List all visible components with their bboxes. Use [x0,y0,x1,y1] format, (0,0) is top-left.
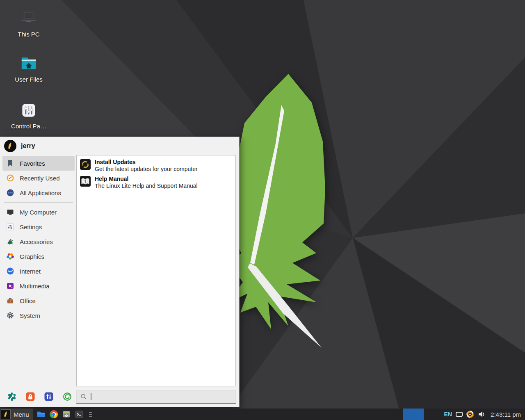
clock[interactable]: 2:43:11 pm [491,411,521,418]
username: jerry [21,142,35,150]
menu-item-install-updates[interactable]: Install Updates Get the latest updates f… [78,158,234,174]
taskbar-tray: EN 2:43: [403,409,525,420]
computer-icon [18,8,39,29]
control-panel-icon [18,100,39,121]
sidebar-separator [4,202,73,203]
help-manual-icon [80,176,91,187]
office-icon [6,297,14,305]
linux-lite-logo-icon [1,409,11,419]
sidebar-item-office[interactable]: Office [2,293,75,308]
whisker-menu: jerry Favorites Rece [0,137,240,407]
feather-avatar-icon [6,142,14,150]
volume-icon[interactable] [477,410,486,418]
sidebar-item-settings[interactable]: Settings [2,219,75,234]
text-caret [91,393,91,400]
quit-icon[interactable] [62,392,72,402]
sidebar-item-graphics[interactable]: Graphics [2,249,75,264]
system-icon [6,311,14,320]
desktop: This PC User Files Control Pa… [0,0,525,420]
switch-user-icon[interactable] [44,392,54,402]
my-computer-icon [6,208,14,216]
menu-footer [0,386,239,407]
terminal-icon[interactable] [74,409,84,419]
item-title: Install Updates [95,159,198,165]
desktop-icon-label: Control Pa… [3,123,54,130]
menu-sidebar: Favorites Recently Used [0,155,76,386]
settings-category-icon [6,223,14,231]
sidebar-item-favorites[interactable]: Favorites [2,156,75,171]
desktop-icon-label: This PC [3,31,54,38]
workspace-switcher[interactable] [403,409,424,420]
sidebar-item-label: Settings [20,224,42,231]
recently-used-icon [6,174,14,182]
sidebar-item-label: My Computer [20,209,57,216]
item-subtitle: The Linux Lite Help and Support Manual [95,182,198,189]
menu-header: jerry [0,137,239,155]
sidebar-item-accessories[interactable]: Accessories [2,234,75,249]
taskbar: Menu [0,409,525,420]
item-subtitle: Get the latest updates for your computer [95,165,198,173]
web-browser-icon[interactable] [49,409,59,419]
sidebar-item-label: Internet [20,268,41,275]
search-icon [80,393,87,400]
sidebar-item-all-applications[interactable]: All Applications [2,185,75,200]
desktop-icon-control-panel[interactable]: Control Pa… [3,100,54,130]
sidebar-item-label: Accessories [20,238,53,245]
sidebar-item-label: System [20,312,40,319]
user-avatar[interactable] [4,140,16,152]
internet-icon [6,267,14,275]
accessories-icon [6,237,14,246]
sidebar-item-multimedia[interactable]: Multimedia [2,278,75,293]
settings-manager-icon[interactable] [7,392,17,402]
sidebar-item-label: Multimedia [20,283,50,290]
file-manager-icon[interactable] [36,409,46,419]
item-title: Help Manual [95,176,198,182]
menu-body: Favorites Recently Used [0,155,239,386]
menu-item-list: Install Updates Get the latest updates f… [76,155,236,386]
sidebar-item-label: Recently Used [20,175,60,182]
desktop-icon-this-pc[interactable]: This PC [3,8,54,38]
sidebar-item-recently-used[interactable]: Recently Used [2,171,75,185]
sidebar-item-label: All Applications [20,189,61,196]
panel-grip[interactable] [89,412,92,417]
sidebar-item-label: Office [20,297,36,304]
keyboard-layout-indicator[interactable]: EN [444,411,452,418]
taskbar-launchers [36,409,92,419]
sidebar-item-internet[interactable]: Internet [2,264,75,278]
graphics-icon [6,252,14,260]
menu-item-help-manual[interactable]: Help Manual The Linux Lite Help and Supp… [78,174,234,191]
sidebar-item-system[interactable]: System [2,308,75,323]
lock-screen-icon[interactable] [25,392,35,402]
install-updates-icon [80,159,91,170]
sidebar-item-label: Graphics [20,253,44,260]
all-applications-icon [6,189,14,197]
desktop-icon-label: User Files [3,76,54,83]
sidebar-item-my-computer[interactable]: My Computer [2,205,75,219]
archive-manager-icon[interactable] [62,409,71,419]
menu-button-label: Menu [14,411,29,418]
search-input[interactable] [76,390,236,404]
folder-home-icon [18,53,39,74]
favorites-icon [6,159,14,167]
menu-button[interactable]: Menu [0,409,33,420]
updates-tray-icon[interactable] [466,410,474,418]
menu-actions [0,392,76,402]
desktop-icon-user-files[interactable]: User Files [3,53,54,83]
sidebar-item-label: Favorites [20,160,45,167]
multimedia-icon [6,282,14,290]
display-icon[interactable] [456,412,463,417]
